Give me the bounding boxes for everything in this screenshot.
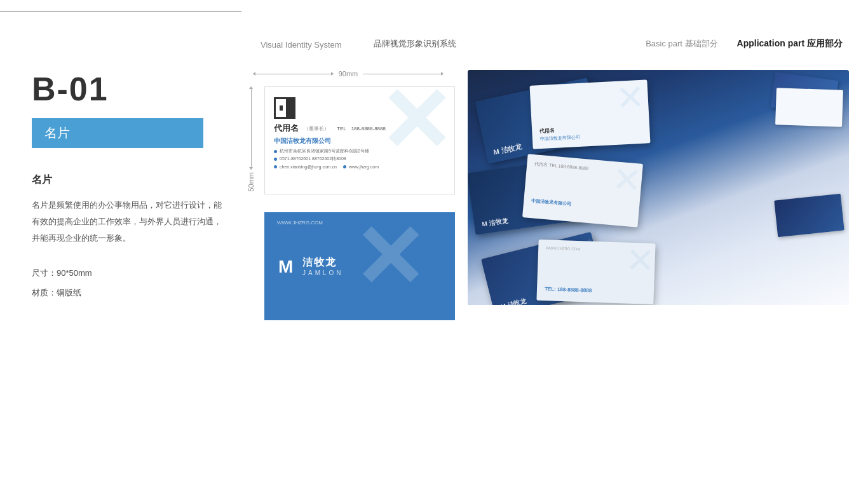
page-code: B-01 xyxy=(32,70,222,108)
desc-text: 名片是频繁使用的办公事物用品，对它进行设计，能有效的提高企业的工作效率，与外界人… xyxy=(32,197,222,247)
card-preview-area: 90mm 50mm xyxy=(241,64,455,475)
card-tel-label: TEL xyxy=(337,126,346,132)
card-name-row: 代用名 （董事长） TEL 188-8888-8888 xyxy=(274,123,445,134)
card-phone2-row: 0571-88762601 88762602转8008 xyxy=(274,156,346,162)
brand-cn-label: 品牌视觉形象识别系统 xyxy=(374,38,456,50)
logo-cn: 洁牧龙 xyxy=(302,256,344,269)
card-back-url: WWW.JHZRG.COM xyxy=(277,220,323,226)
email-dot xyxy=(274,165,277,168)
desc-title: 名片 xyxy=(32,173,222,187)
photo-card-white-small-1 xyxy=(775,88,843,127)
business-card-back: WWW.JHZRG.COM M 洁牧龙 JAMLON ✕ xyxy=(264,212,455,320)
card-email-row: chen.xiaobing@jhzrg.com.cn xyxy=(274,165,337,169)
photo-card-white-2: 代用名 TEL 188-8888-8888 中国洁牧龙有限公司 ✕ xyxy=(522,154,643,227)
card-phone2: 0571-88762601 88762602转8008 xyxy=(280,156,346,162)
business-cards-photo: M 洁牧龙 ✕ 代用名 中国洁牧龙有限公司 ✕ M 洁牧龙 ✕ 代用名 TEL … xyxy=(468,70,849,305)
card-email: chen.xiaobing@jhzrg.com.cn xyxy=(280,165,337,169)
qr-code xyxy=(274,97,295,119)
photo-area: M 洁牧龙 ✕ 代用名 中国洁牧龙有限公司 ✕ M 洁牧龙 ✕ 代用名 TEL … xyxy=(468,64,849,475)
top-navigation: Visual Identity System 品牌视觉形象识别系统 Basic … xyxy=(0,0,868,57)
section-tag: 名片 xyxy=(32,118,203,148)
card-web: www.jhzrg.com xyxy=(349,165,379,169)
left-panel: B-01 名片 名片 名片是频繁使用的办公事物用品，对它进行设计，能有效的提高企… xyxy=(0,57,241,488)
svg-text:✕: ✕ xyxy=(360,212,426,306)
basic-label: Basic part 基础部分 xyxy=(646,38,717,50)
card-address: 杭州市余杭区良渚镇家路5号蓝邮科创园2号楼 xyxy=(280,148,369,154)
spec-size: 尺寸：90*50mm xyxy=(32,266,222,280)
business-card-front: 代用名 （董事长） TEL 188-8888-8888 中国洁牧龙有限公司 杭州… xyxy=(264,86,455,194)
vis-label: Visual Identity System xyxy=(261,40,342,50)
photo-card-white-3: WWW.JHZRG.COM TEL: 188-8888-8888 ✕ xyxy=(536,240,655,304)
web-dot xyxy=(343,165,346,168)
card-phone: 188-8888-8888 xyxy=(351,126,386,132)
photo-card-white-1: 代用名 中国洁牧龙有限公司 ✕ xyxy=(530,79,651,149)
card-back-logo: M 洁牧龙 JAMLON xyxy=(277,256,344,276)
card-address-row: 杭州市余杭区良渚镇家路5号蓝邮科创园2号楼 xyxy=(274,148,445,154)
front-card-container: 50mm 代用名 （董事长） TEL xyxy=(241,86,455,194)
back-logo-icon: M xyxy=(277,256,297,276)
card-name: 代用名 xyxy=(274,123,299,134)
spec-material: 材质：铜版纸 xyxy=(32,285,222,300)
logo-text-area: 洁牧龙 JAMLON xyxy=(302,256,344,276)
app-label: Application part 应用部分 xyxy=(737,38,843,50)
right-panel: 90mm 50mm xyxy=(241,57,868,488)
dim-height-label: 50mm xyxy=(247,170,255,194)
card-web-row: www.jhzrg.com xyxy=(343,165,379,169)
back-card-deco: ✕ xyxy=(360,212,455,320)
card-title: （董事长） xyxy=(304,125,329,132)
phone-dot xyxy=(274,158,277,161)
svg-text:M: M xyxy=(278,257,293,276)
dim-width-label: 90mm xyxy=(334,70,363,78)
main-content: B-01 名片 名片 名片是频繁使用的办公事物用品，对它进行设计，能有效的提高企… xyxy=(0,57,868,488)
photo-card-blue-small-2 xyxy=(774,194,844,238)
card-company: 中国洁牧龙有限公司 xyxy=(274,137,445,146)
logo-en: JAMLON xyxy=(302,269,344,276)
address-dot xyxy=(274,150,277,153)
